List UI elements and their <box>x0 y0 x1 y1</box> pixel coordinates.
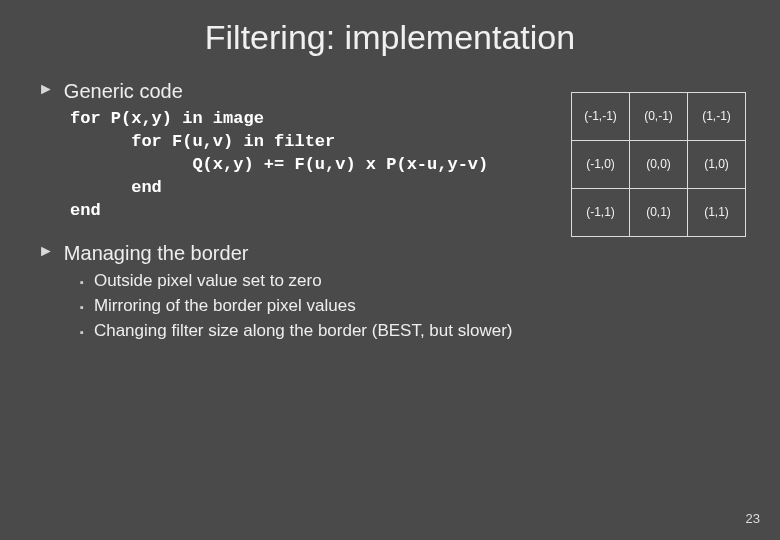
table-row: (-1,-1) (0,-1) (1,-1) <box>572 93 746 141</box>
slide: Filtering: implementation ► Generic code… <box>0 0 780 540</box>
sub-text: Changing filter size along the border (B… <box>94 320 513 343</box>
grid-cell: (0,0) <box>630 141 688 189</box>
table-row: (-1,0) (0,0) (1,0) <box>572 141 746 189</box>
sub-text: Outside pixel value set to zero <box>94 270 322 293</box>
grid-cell: (-1,1) <box>572 189 630 237</box>
grid-cell: (0,-1) <box>630 93 688 141</box>
grid-cell: (0,1) <box>630 189 688 237</box>
square-bullet-icon: ▪ <box>80 276 84 288</box>
border-sub-list: ▪ Outside pixel value set to zero ▪ Mirr… <box>80 270 744 343</box>
triangle-bullet-icon: ► <box>38 241 54 262</box>
bullet-managing-border: ► Managing the border <box>36 241 744 266</box>
code-line: end <box>70 178 162 197</box>
bullet-text-generic: Generic code <box>64 79 183 104</box>
grid-cell: (-1,0) <box>572 141 630 189</box>
slide-title: Filtering: implementation <box>36 18 744 57</box>
grid-cell: (1,0) <box>688 141 746 189</box>
coordinate-grid: (-1,-1) (0,-1) (1,-1) (-1,0) (0,0) (1,0)… <box>571 92 746 237</box>
page-number: 23 <box>746 511 760 526</box>
code-line: end <box>70 201 101 220</box>
sub-text: Mirroring of the border pixel values <box>94 295 356 318</box>
sub-item: ▪ Mirroring of the border pixel values <box>80 295 744 318</box>
code-line: for F(u,v) in filter <box>70 132 335 151</box>
grid-cell: (-1,-1) <box>572 93 630 141</box>
sub-item: ▪ Changing filter size along the border … <box>80 320 744 343</box>
grid-cell: (1,-1) <box>688 93 746 141</box>
square-bullet-icon: ▪ <box>80 326 84 338</box>
code-line: for P(x,y) in image <box>70 109 264 128</box>
bullet-text-border: Managing the border <box>64 241 249 266</box>
triangle-bullet-icon: ► <box>38 79 54 100</box>
square-bullet-icon: ▪ <box>80 301 84 313</box>
sub-item: ▪ Outside pixel value set to zero <box>80 270 744 293</box>
code-line: Q(x,y) += F(u,v) x P(x-u,y-v) <box>70 155 488 174</box>
table-row: (-1,1) (0,1) (1,1) <box>572 189 746 237</box>
grid-cell: (1,1) <box>688 189 746 237</box>
